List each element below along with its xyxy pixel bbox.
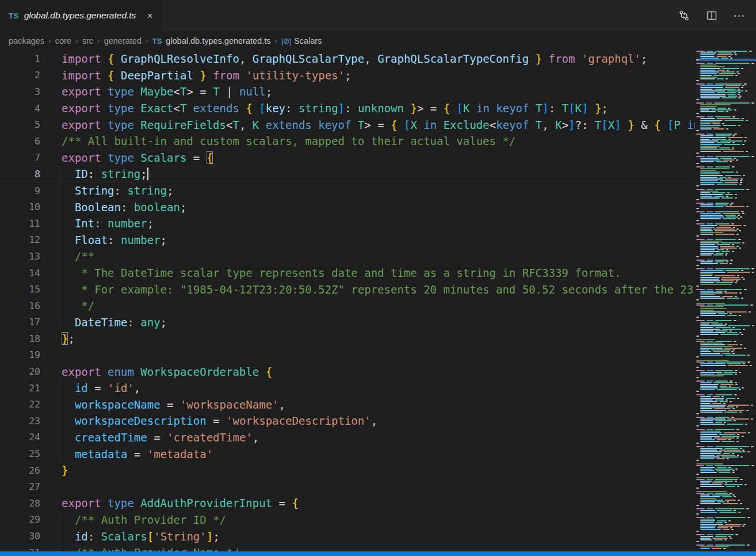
code-line[interactable]: 7export type Scalars = { xyxy=(0,150,695,166)
indent-guide xyxy=(60,215,60,232)
breadcrumb-item-symbol[interactable]: [⊘] Scalars xyxy=(281,36,322,45)
line-number: 17 xyxy=(0,317,40,327)
code-line[interactable]: 29 /** Auth Provider ID */ xyxy=(0,512,695,528)
open-changes-icon[interactable] xyxy=(678,9,690,22)
code-text: id: Scalars['String']; xyxy=(40,530,220,543)
code-line[interactable]: 27 xyxy=(0,478,695,495)
typescript-file-icon: TS xyxy=(9,12,19,20)
code-text: /** All built-in and custom scalars, map… xyxy=(40,135,516,147)
indent-guide xyxy=(60,544,60,551)
code-line[interactable]: 11 Int: number; xyxy=(0,215,695,232)
code-text: export type Maybe<T> = T | null; xyxy=(40,85,272,98)
line-number: 15 xyxy=(0,284,40,295)
code-text: Boolean: boolean; xyxy=(40,201,186,214)
code-line[interactable]: 1import { GraphQLResolveInfo, GraphQLSca… xyxy=(0,51,695,67)
split-editor-icon[interactable] xyxy=(705,9,718,22)
code-line[interactable]: 24 createdTime = 'createdTime', xyxy=(0,429,695,446)
close-tab-icon[interactable]: × xyxy=(144,10,155,22)
code-text: id = 'id', xyxy=(40,382,140,394)
line-number: 6 xyxy=(0,136,40,147)
more-actions-icon[interactable]: ⋯ xyxy=(733,9,746,22)
code-line[interactable]: 6/** All built-in and custom scalars, ma… xyxy=(0,133,695,150)
line-number: 16 xyxy=(0,300,40,311)
editor-actions: ⋯ xyxy=(678,0,756,31)
line-number: 19 xyxy=(0,349,40,360)
line-number: 9 xyxy=(0,185,40,196)
line-number: 1 xyxy=(0,54,40,64)
code-line[interactable]: 16 */ xyxy=(0,298,695,314)
breadcrumb-separator: › xyxy=(97,36,100,45)
line-number: 18 xyxy=(0,333,40,344)
code-line[interactable]: 20export enum WorkspaceOrderable { xyxy=(0,363,695,380)
code-line[interactable]: 18}; xyxy=(0,330,695,347)
code-text: export type AddAuthProviderInput = { xyxy=(40,497,299,509)
indent-guide xyxy=(60,396,60,413)
code-text: workspaceName = 'workspaceName', xyxy=(40,398,285,411)
tab-bar: TS global.db.types.generated.ts × xyxy=(0,0,756,31)
line-number: 31 xyxy=(0,547,40,551)
code-text: metadata = 'metadata' xyxy=(40,448,213,460)
line-number: 27 xyxy=(0,481,40,492)
code-line[interactable]: 21 id = 'id', xyxy=(0,380,695,397)
indent-guide xyxy=(60,232,60,249)
line-number: 29 xyxy=(0,514,40,525)
indent-guide xyxy=(60,380,60,397)
line-number: 24 xyxy=(0,432,40,443)
line-number: 7 xyxy=(0,152,40,163)
code-line[interactable]: 5export type RequireFields<T, K extends … xyxy=(0,116,695,133)
code-text: export type RequireFields<T, K extends k… xyxy=(40,119,695,131)
line-number: 2 xyxy=(0,70,40,81)
code-line[interactable]: 15 * For example: "1985-04-12T23:20:50.5… xyxy=(0,281,695,298)
breadcrumb-separator: › xyxy=(274,36,277,45)
code-line[interactable]: 2import { DeepPartial } from 'utility-ty… xyxy=(0,67,695,84)
line-number: 10 xyxy=(0,201,40,212)
breadcrumb: packages › core › src › generated › TS g… xyxy=(0,31,756,51)
code-line[interactable]: 8 ID: string; xyxy=(0,166,695,182)
code-line[interactable]: 14 * The DateTime scalar type represents… xyxy=(0,265,695,281)
code-line[interactable]: 22 workspaceName = 'workspaceName', xyxy=(0,396,695,413)
code-line[interactable]: 3export type Maybe<T> = T | null; xyxy=(0,83,695,100)
code-text: */ xyxy=(40,299,94,312)
breadcrumb-separator: › xyxy=(48,36,51,45)
indent-guide xyxy=(60,182,60,199)
code-line[interactable]: 10 Boolean: boolean; xyxy=(0,199,695,215)
breadcrumb-separator: › xyxy=(146,36,148,45)
code-line[interactable]: 26} xyxy=(0,462,695,479)
code-line[interactable]: 9 String: string; xyxy=(0,182,695,199)
code-line[interactable]: 4export type Exact<T extends { [key: str… xyxy=(0,100,695,117)
code-text: createdTime = 'createdTime', xyxy=(40,431,259,444)
indent-guide xyxy=(60,413,60,429)
code-text: workspaceDescription = 'workspaceDescrip… xyxy=(40,414,377,427)
code-text: } xyxy=(40,464,68,477)
breadcrumb-item-generated[interactable]: generated xyxy=(104,36,142,45)
code-text: * The DateTime scalar type represents da… xyxy=(40,266,621,279)
vscode-window: TS global.db.types.generated.ts × xyxy=(0,0,756,556)
code-line[interactable]: 28export type AddAuthProviderInput = { xyxy=(0,495,695,512)
tab-global-db-types[interactable]: TS global.db.types.generated.ts × xyxy=(0,0,163,31)
code-line[interactable]: 23 workspaceDescription = 'workspaceDesc… xyxy=(0,413,695,429)
line-number: 8 xyxy=(0,169,40,180)
code-line[interactable]: 25 metadata = 'metadata' xyxy=(0,445,695,462)
indent-guide xyxy=(60,199,60,215)
type-symbol-icon: [⊘] xyxy=(281,36,291,45)
breadcrumb-separator: › xyxy=(75,36,78,45)
code-line[interactable]: 19 xyxy=(0,347,695,364)
code-editor[interactable]: 1import { GraphQLResolveInfo, GraphQLSca… xyxy=(0,51,695,551)
line-number: 14 xyxy=(0,268,40,279)
line-number: 22 xyxy=(0,399,40,410)
indent-guide xyxy=(60,166,60,182)
breadcrumb-item-src[interactable]: src xyxy=(82,36,93,45)
breadcrumb-item-core[interactable]: core xyxy=(55,36,71,45)
code-text: import { GraphQLResolveInfo, GraphQLScal… xyxy=(40,52,647,65)
code-line[interactable]: 12 Float: number; xyxy=(0,232,695,249)
indent-guide xyxy=(60,445,60,462)
line-number: 13 xyxy=(0,251,40,262)
code-line[interactable]: 30 id: Scalars['String']; xyxy=(0,528,695,544)
code-line[interactable]: 17 DateTime: any; xyxy=(0,314,695,331)
code-line[interactable]: 31 /** Auth Provider Name */ xyxy=(0,544,695,551)
code-line[interactable]: 13 /** xyxy=(0,248,695,265)
breadcrumb-item-packages[interactable]: packages xyxy=(9,36,44,45)
line-number: 26 xyxy=(0,465,40,476)
breadcrumb-item-file[interactable]: TS global.db.types.generated.ts xyxy=(152,36,271,45)
minimap[interactable] xyxy=(696,51,756,551)
